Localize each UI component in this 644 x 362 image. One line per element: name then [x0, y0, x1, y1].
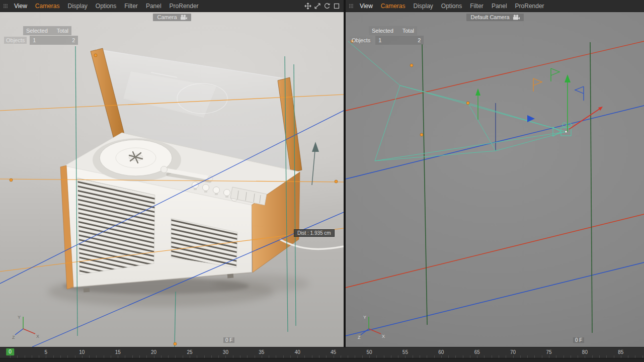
timeline-tick[interactable]: 5: [45, 349, 48, 355]
menu-grip-icon[interactable]: [349, 4, 354, 9]
viewport-menubar-right: View Cameras Display Options Filter Pane…: [346, 0, 644, 12]
viewport-left: View Cameras Display Options Filter Pane…: [0, 0, 344, 347]
distance-tooltip: Dist : 1.935 cm: [294, 229, 335, 237]
viewport-canvas-left[interactable]: Camera Selected Total Objects: [0, 12, 344, 347]
menu-filter[interactable]: Filter: [120, 3, 142, 10]
world-axis-gizmo-left: Y Z X: [11, 312, 40, 341]
menu-cameras[interactable]: Cameras: [31, 3, 64, 10]
selection-hud-left: Selected Total Objects 1 2: [4, 26, 78, 45]
timeline-tick[interactable]: 80: [582, 349, 588, 355]
spline-red[interactable]: [346, 41, 644, 288]
spline-darkgreen[interactable]: [422, 42, 592, 333]
timeline-tick[interactable]: 60: [438, 349, 444, 355]
axis-z-label: Z: [12, 335, 15, 340]
axis-y-label: Y: [18, 315, 21, 320]
menu-prorender[interactable]: ProRender: [166, 3, 203, 10]
frame-indicator-left: 0 F: [223, 337, 234, 343]
camera-name-label: Camera: [157, 14, 177, 20]
pan-icon[interactable]: [304, 2, 312, 10]
world-axis-gizmo-right: Y Z X: [357, 312, 386, 341]
axis-x-label: X: [36, 334, 39, 339]
timeline-tick[interactable]: 70: [510, 349, 516, 355]
camera-frustum[interactable]: [348, 41, 566, 161]
timeline-tick[interactable]: 40: [295, 349, 300, 355]
hud-objects-label: Objects: [350, 37, 372, 44]
dolly-icon[interactable]: [313, 2, 321, 10]
movie-camera-icon: [180, 15, 188, 20]
timeline-tick[interactable]: 30: [223, 349, 228, 355]
viewport-nav-icons: [304, 2, 341, 10]
axis-y-label: Y: [363, 315, 366, 320]
spline-points[interactable]: [10, 54, 338, 345]
spline-teal[interactable]: [75, 46, 296, 347]
viewport-right: View Cameras Display Options Filter Pane…: [346, 0, 644, 347]
timeline-tick[interactable]: 65: [474, 349, 480, 355]
timeline-tick[interactable]: 20: [151, 349, 156, 355]
menu-panel[interactable]: Panel: [488, 3, 511, 10]
wireframe-scene[interactable]: [346, 12, 644, 347]
hud-header: Selected Total: [23, 26, 71, 35]
frame-indicator-right: 0 F: [573, 337, 584, 343]
camera-wireframe-object[interactable]: [553, 123, 572, 136]
menu-view[interactable]: View: [356, 3, 377, 10]
timeline-tick[interactable]: 35: [259, 349, 264, 355]
spline-orange[interactable]: [0, 95, 344, 272]
menu-grip-icon[interactable]: [3, 4, 8, 9]
hud-header: Selected Total: [369, 26, 417, 35]
timeline-tick[interactable]: 25: [187, 349, 192, 355]
menu-options[interactable]: Options: [437, 3, 466, 10]
hud-objects-values: 1 2: [30, 36, 78, 45]
menu-panel[interactable]: Panel: [142, 3, 166, 10]
camera-pivot-point[interactable]: [565, 131, 567, 133]
camera-dropdown[interactable]: Camera: [152, 14, 191, 21]
spline-overlay-left[interactable]: [0, 12, 344, 347]
spline-blue[interactable]: [0, 111, 344, 347]
hud-objects-values: 1 2: [375, 36, 424, 45]
camera-name-label: Default Camera: [470, 14, 509, 20]
maximize-icon[interactable]: [333, 2, 341, 10]
viewport-canvas-right[interactable]: Default Camera Selected Total Objec: [346, 12, 644, 347]
menu-display[interactable]: Display: [63, 3, 91, 10]
rotate-icon[interactable]: [323, 2, 331, 10]
camera-dropdown[interactable]: Default Camera: [466, 14, 523, 21]
hud-objects-label: Objects: [4, 37, 27, 44]
menu-options[interactable]: Options: [92, 3, 120, 10]
timeline-footer-strip: [0, 358, 644, 362]
menu-display[interactable]: Display: [409, 3, 437, 10]
axis-z-label: Z: [358, 335, 361, 340]
movie-camera-icon: [513, 15, 520, 20]
c4d-dual-viewport: View Cameras Display Options Filter Pane…: [0, 0, 644, 362]
axis-x-label: X: [382, 334, 385, 339]
timeline-tick[interactable]: 75: [546, 349, 551, 355]
viewport-row: View Cameras Display Options Filter Pane…: [0, 0, 644, 347]
timeline-tick[interactable]: 45: [331, 349, 336, 355]
timeline-playhead[interactable]: 0: [6, 348, 14, 355]
menu-filter[interactable]: Filter: [466, 3, 488, 10]
menu-cameras[interactable]: Cameras: [377, 3, 410, 10]
timeline-tick[interactable]: 50: [366, 349, 372, 355]
menu-prorender[interactable]: ProRender: [511, 3, 548, 10]
menu-view[interactable]: View: [10, 3, 31, 10]
timeline-tick[interactable]: 85: [618, 349, 623, 355]
selection-hud-right: Selected Total Objects 1 2: [350, 26, 424, 45]
timeline-tick[interactable]: 10: [79, 349, 85, 355]
timeline-ruler[interactable]: 0 5 10 15 20 25 30 35 40 45 50 55 60 65 …: [0, 347, 644, 358]
viewport-menubar-left: View Cameras Display Options Filter Pane…: [0, 0, 344, 12]
timeline-tick[interactable]: 55: [403, 349, 408, 355]
spline-direction-arrow: [312, 142, 319, 185]
spline-blue[interactable]: [346, 106, 644, 336]
timeline-tick[interactable]: 15: [115, 349, 121, 355]
